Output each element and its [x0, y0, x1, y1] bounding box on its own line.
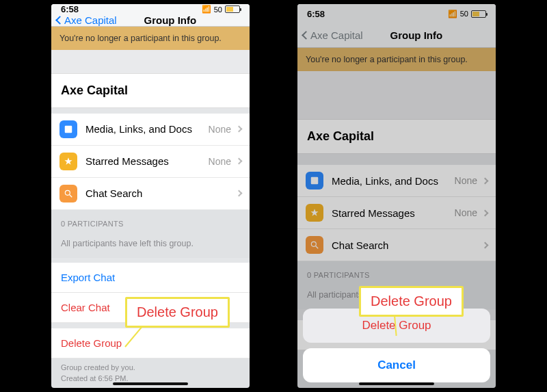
row-search[interactable]: Chat Search [297, 229, 496, 261]
status-right: 📶 50 [202, 5, 240, 14]
star-icon [306, 204, 323, 222]
group-name[interactable]: Axe Capital [297, 119, 496, 154]
nav-title: Group Info [343, 29, 490, 41]
svg-line-2 [70, 194, 72, 197]
nav-title: Group Info [96, 14, 244, 26]
nav-bar: Axe Capital Group Info [297, 23, 496, 48]
svg-point-1 [65, 190, 70, 195]
star-icon [59, 153, 77, 170]
chevron-right-icon [482, 177, 489, 184]
search-icon [59, 185, 77, 202]
chevron-left-icon [302, 31, 310, 40]
battery-icon [225, 5, 240, 13]
status-time: 6:58 [307, 9, 325, 19]
svg-rect-0 [65, 125, 72, 133]
chevron-right-icon [236, 158, 243, 165]
group-avatar-area [51, 50, 250, 73]
group-avatar-area [297, 71, 496, 119]
participants-header: 0 PARTICIPANTS [51, 210, 250, 232]
participant-banner: You're no longer a participant in this g… [51, 27, 250, 50]
participants-header: 0 PARTICIPANTS [297, 261, 496, 283]
battery-icon [471, 10, 486, 18]
chevron-right-icon [236, 126, 243, 133]
status-bar: 6:58 📶 50 [297, 4, 496, 23]
chevron-right-icon [236, 190, 243, 197]
home-indicator[interactable] [113, 382, 188, 385]
svg-point-4 [311, 241, 316, 246]
chevron-right-icon [482, 209, 489, 216]
media-icon [306, 172, 323, 190]
search-icon [306, 236, 323, 254]
sheet-cancel[interactable]: Cancel [303, 348, 490, 382]
status-time: 6:58 [61, 4, 79, 14]
chevron-left-icon [55, 16, 64, 25]
phone-left: 6:58 📶 50 Axe Capital Group Info You're … [51, 4, 250, 388]
phone-right: 6:58 📶 50 Axe Capital Group Info You're … [297, 4, 496, 388]
status-right: 📶 50 [448, 10, 486, 18]
export-chat-button[interactable]: Export Chat [51, 263, 250, 293]
media-icon [59, 120, 77, 138]
svg-line-5 [316, 246, 319, 249]
nav-bar: Axe Capital Group Info [51, 14, 250, 27]
status-bar: 6:58 📶 50 [51, 4, 250, 14]
row-starred[interactable]: Starred Messages None [297, 197, 496, 229]
participants-note: All participants have left this group. [51, 232, 250, 258]
chevron-right-icon [482, 241, 489, 248]
callout-delete-group: Delete Group [359, 286, 464, 317]
svg-rect-3 [311, 177, 319, 185]
group-name[interactable]: Axe Capital [51, 73, 250, 108]
row-search[interactable]: Chat Search [51, 178, 250, 210]
callout-delete-group: Delete Group [125, 297, 230, 328]
row-media[interactable]: Media, Links, and Docs None [297, 165, 496, 197]
participant-banner: You're no longer a participant in this g… [297, 48, 496, 71]
row-starred[interactable]: Starred Messages None [51, 146, 250, 178]
delete-group-button[interactable]: Delete Group [51, 328, 250, 358]
row-media[interactable]: Media, Links, and Docs None [51, 114, 250, 146]
